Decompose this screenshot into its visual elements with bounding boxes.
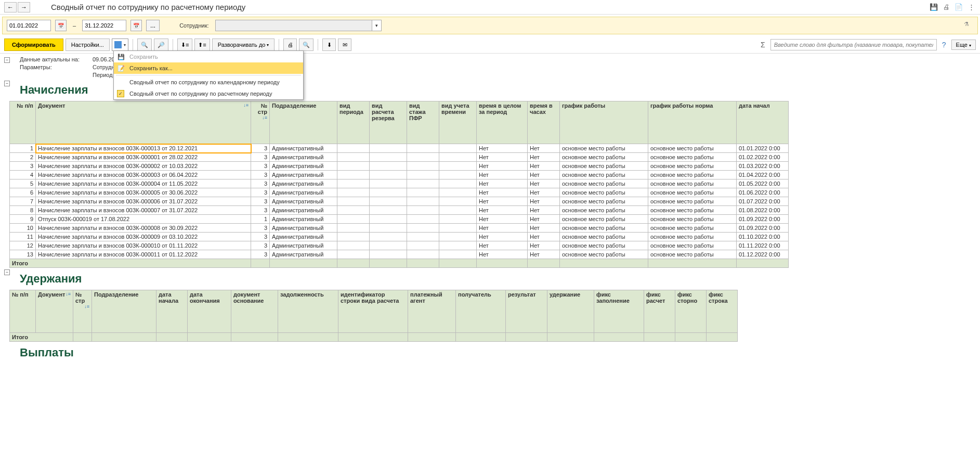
menu-variant-settlement[interactable]: ✓ Сводный отчет по сотруднику по расчетн… — [114, 88, 303, 99]
sigma-icon[interactable]: Σ — [761, 41, 765, 49]
toolbar: Сформировать Настройки... ▾ 🔍 🔎 ⬇≡ ⬆≡ Ра… — [0, 36, 980, 54]
th-num[interactable]: № п/п — [10, 101, 36, 144]
table-row[interactable]: 9Отпуск 00ЗК-000019 от 17.08.20221Админи… — [10, 215, 789, 224]
email-button[interactable]: ✉ — [338, 38, 351, 51]
date-separator: – — [73, 22, 76, 29]
kebab-menu-icon[interactable]: ⋮ — [966, 3, 976, 12]
menu-save: 💾 Сохранить — [114, 51, 303, 62]
date-to-calendar-button[interactable]: 📅 — [130, 20, 142, 31]
table-row[interactable]: 13Начисление зарплаты и взносов 00ЗК-000… — [10, 250, 789, 259]
print-button[interactable]: 🖨 — [283, 38, 297, 51]
employee-dropdown-icon[interactable]: ▾ — [372, 20, 381, 31]
th-schedule-norm[interactable]: график работы норма — [648, 101, 737, 144]
th2-recipient[interactable]: получатель — [456, 290, 506, 333]
help-icon[interactable]: ? — [942, 41, 946, 49]
th-time-type[interactable]: вид учета времени — [439, 101, 477, 144]
th2-ident[interactable]: идентификатор строки вида расчета — [338, 290, 408, 333]
print-preview-button[interactable]: 🔍 — [299, 38, 313, 51]
date-from-calendar-button[interactable]: 📅 — [55, 20, 67, 31]
th-schedule[interactable]: график работы — [560, 101, 648, 144]
section-deductions-title: Удержания — [20, 272, 82, 286]
th-doc[interactable]: Документ↓≡ — [36, 101, 251, 144]
expand-button[interactable]: ⬇≡ — [177, 38, 192, 51]
th2-deduction[interactable]: удержание — [547, 290, 594, 333]
menu-save-as[interactable]: 📝 Сохранить как... — [114, 62, 303, 74]
th2-storno[interactable]: фикс сторно — [675, 290, 707, 333]
table-row[interactable]: 11Начисление зарплаты и взносов 00ЗК-000… — [10, 233, 789, 241]
collapse-toggle-deductions[interactable]: − — [4, 269, 10, 275]
print-header-icon[interactable]: 🖨 — [942, 3, 951, 12]
th2-result[interactable]: результат — [506, 290, 547, 333]
th-time-period[interactable]: время в целом за период — [477, 101, 528, 144]
filter-bar: 📅 – 📅 ... Сотрудник: ▾ ⚗ — [2, 17, 978, 34]
table-row[interactable]: 8Начисление зарплаты и взносов 00ЗК-0000… — [10, 206, 789, 215]
quick-filter-input[interactable] — [770, 39, 937, 50]
table-row[interactable]: 4Начисление зарплаты и взносов 00ЗК-0000… — [10, 171, 789, 179]
th2-agent[interactable]: платежный агент — [408, 290, 456, 333]
table-row[interactable]: 3Начисление зарплаты и взносов 00ЗК-0000… — [10, 162, 789, 171]
save-disk-icon[interactable]: 💾 — [929, 3, 938, 12]
th2-debt[interactable]: задолженность — [278, 290, 338, 333]
section-accruals-title: Начисления — [20, 83, 88, 97]
th-pfr[interactable]: вид стажа ПФР — [407, 101, 439, 144]
collapse-toggle-accruals[interactable]: − — [4, 81, 10, 86]
deductions-total-row: Итого — [10, 333, 738, 342]
menu-variant-calendar[interactable]: Сводный отчет по сотруднику по календарн… — [114, 76, 303, 88]
find-next-button[interactable]: 🔎 — [154, 38, 168, 51]
th2-dept[interactable]: Подразделение — [92, 290, 156, 333]
th-reserve[interactable]: вид расчета резерва — [370, 101, 407, 144]
section-payments-title: Выплаты — [20, 346, 74, 359]
th2-fill[interactable]: фикс заполнение — [594, 290, 644, 333]
page-title: Сводный отчет по сотруднику по расчетном… — [51, 3, 929, 11]
th-period-type[interactable]: вид периода — [337, 101, 370, 144]
date-from-input[interactable] — [7, 20, 51, 31]
table-row[interactable]: 7Начисление зарплаты и взносов 00ЗК-0000… — [10, 197, 789, 206]
th2-doc[interactable]: Документ↓≡ — [36, 290, 73, 333]
period-select-button[interactable]: ... — [146, 20, 160, 31]
nav-forward-button[interactable]: → — [18, 2, 30, 12]
th2-str[interactable]: № стр↓≡ — [73, 290, 92, 333]
variant-dropdown-menu: 💾 Сохранить 📝 Сохранить как... Сводный о… — [113, 50, 304, 100]
save-report-button[interactable]: ⬇ — [322, 38, 336, 51]
th-time-hours[interactable]: время в часах — [528, 101, 560, 144]
chevron-down-icon: ▾ — [124, 43, 126, 47]
nav-back-button[interactable]: ← — [4, 2, 17, 12]
table-row[interactable]: 1Начисление зарплаты и взносов 00ЗК-0000… — [10, 144, 789, 153]
filter-funnel-icon[interactable]: ⚗ — [964, 21, 973, 30]
save-as-icon: 📝 — [117, 64, 125, 72]
th2-end[interactable]: дата окончания — [188, 290, 231, 333]
variant-icon — [114, 41, 122, 48]
save-icon: 💾 — [117, 53, 125, 61]
collapse-toggle-params[interactable]: − — [4, 57, 10, 63]
employee-input[interactable] — [216, 20, 372, 31]
th-dept[interactable]: Подразделение — [270, 101, 337, 144]
th2-row[interactable]: фикс строка — [707, 290, 738, 333]
table-row[interactable]: 6Начисление зарплаты и взносов 00ЗК-0000… — [10, 188, 789, 197]
table-row[interactable]: 12Начисление зарплаты и взносов 00ЗК-000… — [10, 241, 789, 250]
employee-label: Сотрудник: — [179, 22, 209, 29]
accruals-table: № п/п Документ↓≡ № стр↓≡ Подразделение в… — [9, 101, 789, 268]
settings-button[interactable]: Настройки... — [66, 38, 110, 51]
th2-base[interactable]: документ основание — [231, 290, 278, 333]
table-row[interactable]: 5Начисление зарплаты и взносов 00ЗК-0000… — [10, 179, 789, 188]
th2-calc[interactable]: фикс расчет — [644, 290, 675, 333]
expand-to-button[interactable]: Разворачивать до ▾ — [212, 38, 275, 51]
date-to-input[interactable] — [82, 20, 126, 31]
find-button[interactable]: 🔍 — [137, 38, 152, 51]
th-start-date[interactable]: дата начал — [737, 101, 789, 144]
deductions-table: № п/п Документ↓≡ № стр↓≡ Подразделение д… — [9, 290, 738, 342]
check-icon: ✓ — [117, 90, 124, 97]
report-area: − Данные актуальны на:09.06.20 Параметры… — [0, 54, 980, 450]
th2-start[interactable]: дата начала — [156, 290, 188, 333]
generate-button[interactable]: Сформировать — [4, 38, 63, 51]
more-button[interactable]: Еще ▾ — [951, 40, 976, 50]
accruals-total-row: Итого — [10, 259, 789, 268]
report-variant-dropdown[interactable]: ▾ — [112, 38, 128, 51]
table-row[interactable]: 2Начисление зарплаты и взносов 00ЗК-0000… — [10, 153, 789, 162]
th2-num[interactable]: № п/п — [10, 290, 36, 333]
collapse-button[interactable]: ⬆≡ — [194, 38, 210, 51]
page-preview-icon[interactable]: 📄 — [954, 3, 963, 12]
table-row[interactable]: 10Начисление зарплаты и взносов 00ЗК-000… — [10, 224, 789, 233]
th-str[interactable]: № стр↓≡ — [251, 101, 270, 144]
